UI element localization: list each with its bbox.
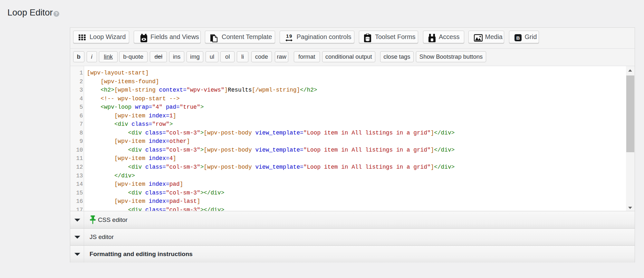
svg-text:9: 9 (289, 34, 292, 39)
svg-text:B: B (516, 35, 520, 40)
svg-text:1: 1 (286, 34, 289, 39)
